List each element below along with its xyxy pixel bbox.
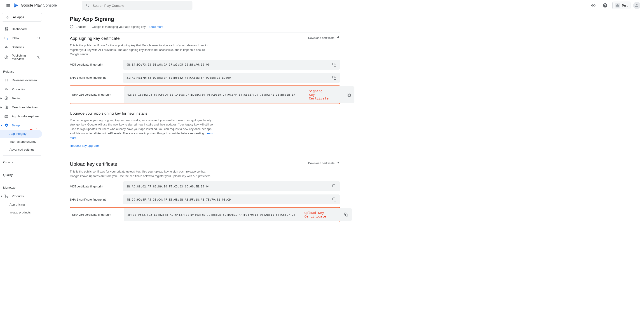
sidebar-item-app-integrity[interactable]: App integrity (0, 130, 42, 138)
download-icon (336, 36, 340, 40)
nav-label: Products (12, 194, 24, 198)
request-upgrade-link[interactable]: Request key upgrade (70, 144, 99, 147)
copy-icon (332, 76, 336, 80)
sidebar-item-statistics[interactable]: Statistics (0, 43, 44, 52)
copy-button[interactable] (332, 197, 336, 201)
sidebar-item-advanced-settings[interactable]: Advanced settings (0, 146, 44, 154)
svg-point-1 (7, 39, 8, 40)
signing-sha256-highlighted: SHA-256 certificate fingerprint 02:B0:16… (70, 86, 340, 104)
md5-label: MD5 certificate fingerprint (70, 63, 123, 66)
sidebar-item-testing[interactable]: ▶ Testing (0, 94, 44, 103)
copy-icon (332, 184, 336, 188)
chevron-down-icon: ▼ (0, 124, 3, 127)
devices-icon (4, 105, 8, 109)
upload-sha256-value: 2F:7B:93:27:93:E7:82:48:AD:64:57:EE:D4:0… (128, 213, 295, 216)
bundle-icon (4, 114, 8, 118)
svg-rect-18 (348, 94, 350, 96)
top-header: Google Play Console Test (0, 0, 644, 11)
all-apps-button[interactable]: All apps (2, 13, 42, 22)
sidebar-item-internal-sharing[interactable]: Internal app sharing (0, 138, 44, 146)
upload-md5-value: 2B:AD:88:02:A7:81:D9:E0:F7:C3:33:6C:60:5… (126, 185, 210, 188)
releases-icon (4, 78, 8, 82)
copy-button[interactable] (347, 93, 351, 97)
nav-label: Reach and devices (12, 106, 38, 109)
play-console-icon (14, 3, 19, 8)
signing-sha1-row: SHA-1 certificate fingerprint 51:A2:4E:7… (70, 73, 340, 83)
help-button[interactable] (601, 1, 610, 10)
search-icon (86, 3, 90, 8)
user-avatar[interactable] (633, 2, 640, 9)
logo[interactable]: Google Play Console (14, 3, 57, 8)
sidebar-item-bundle-explorer[interactable]: App bundle explorer (0, 112, 44, 121)
nav-label: Releases overview (12, 79, 37, 82)
nav-label: App pricing (10, 203, 25, 206)
sidebar-item-dashboard[interactable]: Dashboard (0, 25, 44, 34)
status-desc: Google is managing your app signing key. (92, 25, 146, 29)
nav-label: Dashboard (12, 27, 27, 31)
sidebar-item-in-app-products[interactable]: In-app products (0, 208, 44, 216)
upload-sha1-value: 4E:29:9D:4F:A5:3B:C4:4F:E0:6B:3B:A8:FF:1… (126, 198, 231, 201)
app-name: Test (622, 4, 628, 7)
sha256-label: SHA-256 certificate fingerprint (71, 93, 124, 96)
svg-rect-20 (334, 199, 336, 201)
chevron-down-icon (11, 161, 14, 164)
status-row: Enabled · Google is managing your app si… (70, 25, 340, 33)
svg-point-13 (6, 197, 6, 198)
sidebar-item-releases-overview[interactable]: Releases overview (0, 76, 44, 85)
svg-rect-11 (5, 116, 8, 118)
page-title: Play App Signing (70, 16, 340, 22)
app-selector[interactable]: Test (612, 2, 630, 9)
show-more-link[interactable]: Show more (148, 25, 163, 29)
cart-icon (4, 194, 8, 198)
nav-label: In-app products (10, 211, 31, 214)
copy-button[interactable] (332, 184, 336, 188)
link-button[interactable] (589, 1, 598, 10)
sidebar-item-app-pricing[interactable]: App pricing (0, 201, 44, 208)
help-icon (603, 3, 608, 8)
nav-label: Inbox (12, 36, 19, 40)
upload-sha256-row: SHA-256 certificate fingerprint 2F:7B:93… (71, 208, 339, 221)
sidebar-item-reach[interactable]: ▶ Reach and devices (0, 103, 44, 112)
gear-icon (4, 123, 8, 127)
download-icon (336, 161, 340, 165)
chevron-down-icon (14, 174, 16, 176)
section-monetize: Monetize (0, 183, 44, 191)
search-input[interactable] (92, 4, 189, 8)
upload-md5-row: MD5 certificate fingerprint 2B:AD:88:02:… (70, 181, 340, 191)
section-release: Release (0, 67, 44, 76)
logo-text: Google Play Console (21, 3, 57, 8)
menu-button[interactable] (4, 1, 13, 10)
svg-rect-16 (334, 64, 336, 66)
section-quality[interactable]: Quality (0, 170, 44, 179)
section-grow[interactable]: Grow (0, 157, 44, 166)
svg-point-5 (5, 81, 6, 81)
copy-icon (332, 63, 336, 67)
sidebar: All apps Dashboard Inbox 11 Statistics P… (0, 11, 44, 231)
copy-icon (344, 212, 348, 217)
upload-sha256-highlighted: SHA-256 certificate fingerprint 2F:7B:93… (70, 207, 340, 222)
download-signing-cert-button[interactable]: Download certificate (308, 36, 340, 40)
signing-sha256-row: SHA-256 certificate fingerprint 02:B0:16… (71, 86, 339, 103)
sidebar-item-inbox[interactable]: Inbox 11 (0, 34, 44, 43)
copy-button[interactable] (344, 212, 348, 217)
upload-key-section: Upload key certificate This is the publi… (70, 161, 340, 222)
check-circle-icon (70, 25, 74, 29)
copy-icon (347, 93, 351, 97)
all-apps-label: All apps (13, 15, 24, 19)
svg-point-15 (70, 25, 73, 28)
chevron-down-icon: ▼ (0, 195, 3, 197)
sidebar-item-production[interactable]: Production (0, 85, 44, 94)
sidebar-item-publishing[interactable]: Publishing overview (0, 52, 44, 63)
signing-annotation: Signing Key Certiicate (309, 89, 328, 100)
svg-point-4 (7, 79, 8, 79)
sidebar-item-setup[interactable]: ▼ Setup (0, 121, 44, 130)
download-upload-cert-button[interactable]: Download certificate (308, 161, 340, 165)
sidebar-item-products[interactable]: ▼ Products (0, 191, 44, 201)
sha1-label: SHA-1 certificate fingerprint (70, 76, 123, 79)
copy-icon (332, 197, 336, 201)
copy-button[interactable] (332, 63, 336, 67)
signing-sha1-value: 51:A2:4E:7D:55:DD:DA:8F:5B:DF:5A:F0:CA:2… (126, 76, 231, 79)
search-box[interactable] (82, 1, 192, 10)
upload-annotation: Upload Key Certificate (304, 211, 326, 218)
copy-button[interactable] (332, 76, 336, 80)
